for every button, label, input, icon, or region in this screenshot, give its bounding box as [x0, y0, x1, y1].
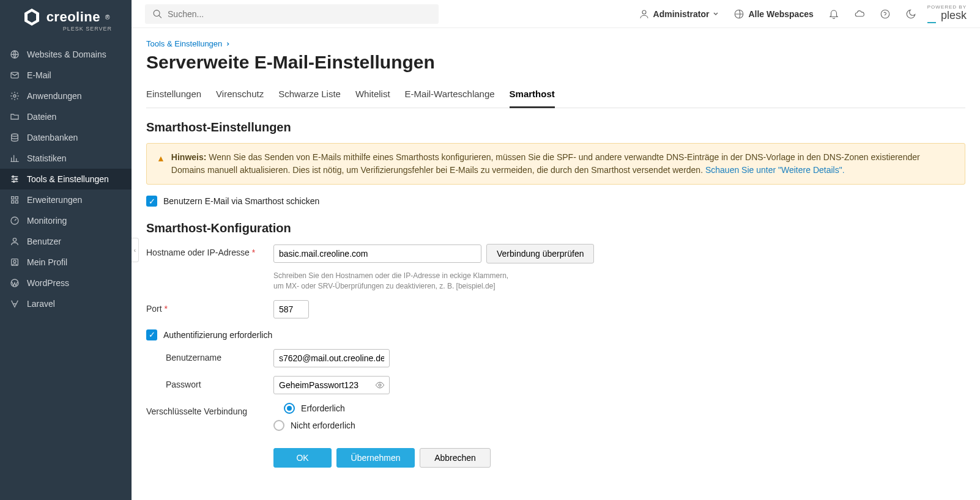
stats-icon — [10, 153, 20, 163]
main: Administrator Alle Webspaces POWERED BY … — [132, 0, 980, 500]
svg-point-14 — [13, 260, 16, 263]
brand-logo: creoline® PLESK SERVER — [0, 0, 132, 39]
nav-extensions[interactable]: Erweiterungen — [0, 189, 132, 210]
alert-notice: ▲ Hinweis: Wenn Sie das Senden von E-Mai… — [146, 143, 965, 185]
svg-point-5 — [15, 178, 17, 180]
tab-blacklist[interactable]: Schwarze Liste — [278, 84, 341, 108]
search-input[interactable] — [168, 9, 431, 19]
svg-point-16 — [154, 10, 160, 16]
nav-databases[interactable]: Datenbanken — [0, 127, 132, 148]
apply-button[interactable]: Übernehmen — [336, 448, 415, 468]
port-input[interactable] — [273, 300, 309, 318]
webspaces-link[interactable]: Alle Webspaces — [730, 6, 817, 22]
nav-email[interactable]: E-Mail — [0, 65, 132, 86]
user-menu[interactable]: Administrator — [635, 6, 723, 22]
cancel-button[interactable]: Abbrechen — [420, 448, 491, 468]
nav-profile[interactable]: Mein Profil — [0, 252, 132, 273]
auth-required-label: Authentifizierung erforderlich — [163, 330, 272, 340]
chevron-down-icon — [713, 11, 719, 17]
encryption-not-required-radio[interactable] — [273, 420, 284, 431]
logo-icon — [22, 7, 42, 27]
gear-icon — [10, 91, 20, 101]
nav-monitoring[interactable]: Monitoring — [0, 210, 132, 231]
ok-button[interactable]: OK — [273, 448, 332, 468]
notifications-button[interactable] — [825, 6, 843, 22]
svg-point-20 — [379, 384, 381, 386]
user-icon — [639, 9, 650, 20]
alert-link[interactable]: Schauen Sie unter "Weitere Details". — [705, 165, 845, 175]
warning-icon: ▲ — [157, 152, 165, 177]
svg-point-4 — [12, 176, 14, 178]
user-name: Administrator — [653, 9, 710, 19]
svg-point-3 — [12, 134, 18, 136]
sidebar: creoline® PLESK SERVER Websites & Domain… — [0, 0, 132, 500]
powered-brand: plesk — [927, 10, 967, 21]
nav-label: Statistiken — [27, 153, 67, 163]
tab-antivirus[interactable]: Virenschutz — [216, 84, 264, 108]
nav-apps[interactable]: Anwendungen — [0, 86, 132, 106]
smarthost-config-heading: Smarthost-Konfiguration — [146, 221, 965, 235]
powered-by: POWERED BY plesk — [927, 5, 967, 23]
nav-websites[interactable]: Websites & Domains — [0, 44, 132, 65]
tab-smarthost[interactable]: Smarthost — [510, 84, 555, 108]
tab-whitelist[interactable]: Whitelist — [355, 84, 390, 108]
help-icon — [880, 9, 891, 20]
svg-point-12 — [13, 238, 16, 241]
password-label: Passwort — [146, 376, 273, 389]
nav-label: Dateien — [27, 112, 56, 122]
wordpress-icon — [10, 278, 20, 288]
globe-icon — [10, 50, 20, 59]
auth-required-checkbox[interactable]: ✓ — [146, 329, 157, 340]
hostname-label: Hostname oder IP-Adresse * — [146, 244, 273, 257]
svg-rect-8 — [15, 197, 18, 199]
theme-button[interactable] — [902, 6, 920, 22]
nav-tools[interactable]: Tools & Einstellungen — [0, 169, 132, 189]
tab-settings[interactable]: Einstellungen — [146, 84, 201, 108]
nav-label: Laravel — [27, 299, 55, 309]
brand-sub: PLESK SERVER — [63, 26, 112, 32]
encryption-required-radio[interactable] — [284, 403, 295, 414]
nav-label: Monitoring — [27, 216, 67, 226]
brand-name: creoline — [46, 9, 100, 25]
password-input[interactable] — [273, 376, 390, 394]
help-button[interactable] — [876, 6, 894, 22]
nav-label: Erweiterungen — [27, 195, 82, 205]
page-title: Serverweite E-Mail-Einstellungen — [146, 52, 965, 73]
cloud-button[interactable] — [850, 6, 869, 22]
hostname-hint: Schreiben Sie den Hostnamen oder die IP-… — [273, 271, 518, 292]
profile-icon — [10, 257, 20, 267]
nav-users[interactable]: Benutzer — [0, 231, 132, 252]
monitor-icon — [10, 216, 20, 226]
send-via-smarthost-label: Benutzern E-Mail via Smarthost schicken — [163, 196, 319, 206]
toggle-password-icon[interactable] — [375, 380, 385, 390]
nav-label: Tools & Einstellungen — [27, 174, 109, 184]
tab-mailqueue[interactable]: E-Mail-Warteschlange — [405, 84, 495, 108]
search-box[interactable] — [145, 4, 439, 24]
check-connection-button[interactable]: Verbindung überprüfen — [486, 244, 594, 263]
folder-icon — [10, 112, 20, 122]
nav-label: Mein Profil — [27, 257, 67, 267]
nav-stats[interactable]: Statistiken — [0, 148, 132, 169]
encryption-not-required-label: Nicht erforderlich — [291, 421, 355, 430]
nav-wordpress[interactable]: WordPress — [0, 273, 132, 293]
mail-icon — [10, 70, 20, 80]
moon-icon — [905, 9, 916, 20]
cloud-icon — [854, 9, 865, 20]
encryption-required-label: Erforderlich — [301, 403, 345, 413]
sliders-icon — [10, 174, 20, 184]
tabs: Einstellungen Virenschutz Schwarze Liste… — [146, 84, 965, 108]
globe-icon — [733, 9, 744, 20]
svg-rect-7 — [12, 197, 14, 199]
svg-point-2 — [13, 95, 16, 97]
hostname-input[interactable] — [273, 244, 481, 263]
send-via-smarthost-checkbox[interactable]: ✓ — [146, 196, 157, 207]
breadcrumb-parent[interactable]: Tools & Einstellungen — [146, 39, 222, 48]
nav-files[interactable]: Dateien — [0, 106, 132, 127]
bell-icon — [828, 9, 839, 20]
nav-laravel[interactable]: Laravel — [0, 293, 132, 314]
nav-label: Benutzer — [27, 237, 61, 246]
breadcrumb: Tools & Einstellungen — [146, 39, 965, 48]
puzzle-icon — [10, 195, 20, 205]
sidebar-collapse[interactable]: ‹ — [132, 238, 139, 262]
username-input[interactable] — [273, 349, 390, 367]
